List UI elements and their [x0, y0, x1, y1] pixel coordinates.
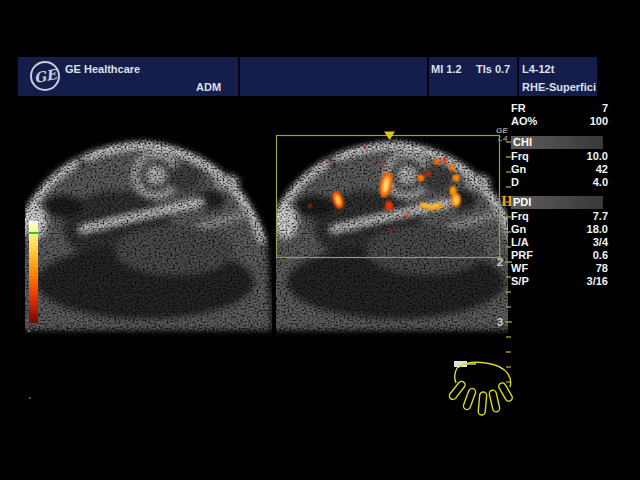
- chi-gn-label: Gn: [511, 163, 526, 176]
- pdi-frq-label: Frq: [511, 210, 529, 223]
- color-scale-tick: [29, 232, 38, 234]
- preset-label: ADM: [196, 81, 221, 93]
- body-marker-hand[interactable]: [448, 361, 514, 415]
- chi-d-label: D: [511, 176, 519, 189]
- depth-label-3: 3: [497, 316, 503, 328]
- pdi-sp-value: 3/16: [587, 275, 608, 288]
- tis-readout: TIs 0.7: [476, 63, 510, 75]
- chi-mode-header: CHI: [511, 136, 603, 149]
- pdi-row: S/P 3/16: [511, 275, 608, 288]
- ao-label: AO%: [511, 115, 537, 128]
- pdi-gn-label: Gn: [511, 223, 526, 236]
- mi-readout: MI 1.2: [431, 63, 462, 75]
- header-divider: [517, 57, 519, 96]
- fr-label: FR: [511, 102, 526, 115]
- scale-dot: [28, 330, 30, 332]
- depth-label-2: 2: [497, 256, 503, 268]
- ge-logo: GE: [30, 61, 60, 91]
- fr-row: FR 7: [511, 102, 608, 115]
- bmode-image-left: [17, 136, 271, 330]
- pdi-row: Gn 18.0: [511, 223, 608, 236]
- pdi-gn-value: 18.0: [587, 223, 608, 236]
- fr-value: 7: [602, 102, 608, 115]
- probe-name: L4-12t: [522, 63, 554, 75]
- chi-frq-value: 10.0: [587, 150, 608, 163]
- pdi-la-label: L/A: [511, 236, 529, 249]
- pdi-wf-label: WF: [511, 262, 528, 275]
- brand-text: GE Healthcare: [65, 63, 140, 75]
- doppler-image-right: [268, 136, 522, 330]
- probe-marker-line2: L4: [498, 134, 508, 143]
- header-bar: GE GE Healthcare ADM MI 1.2 TIs 0.7 L4-1…: [18, 57, 597, 96]
- pdi-frq-value: 7.7: [593, 210, 608, 223]
- chi-frq-label: Frq: [511, 150, 529, 163]
- pdi-row: L/A 3/4: [511, 236, 608, 249]
- pdi-row: PRF 0.6: [511, 249, 608, 262]
- header-divider: [238, 57, 240, 96]
- chi-row: Gn 42: [511, 163, 608, 176]
- pdi-sp-label: S/P: [511, 275, 529, 288]
- pdi-wf-value: 78: [596, 262, 608, 275]
- ultrasound-screen: 2 3 GE L4 II GE GE Healthc: [0, 0, 640, 480]
- header-divider: [427, 57, 429, 96]
- ge-monogram: GE: [33, 67, 58, 85]
- pdi-prf-label: PRF: [511, 249, 533, 262]
- pdi-la-value: 3/4: [593, 236, 608, 249]
- pdi-mode-header: PDI: [511, 196, 603, 209]
- pdi-row: WF 78: [511, 262, 608, 275]
- chi-gn-value: 42: [596, 163, 608, 176]
- doppler-color-scale: [29, 221, 38, 323]
- chi-d-value: 4.0: [593, 176, 608, 189]
- ao-row: AO% 100: [511, 115, 608, 128]
- ao-value: 100: [590, 115, 608, 128]
- pdi-prf-value: 0.6: [593, 249, 608, 262]
- scale-dot: [29, 397, 31, 399]
- application-preset: RHE-Superfici: [522, 81, 596, 93]
- chi-row: Frq 10.0: [511, 150, 608, 163]
- hand-icon: [448, 362, 514, 415]
- pdi-row: Frq 7.7: [511, 210, 608, 223]
- chi-row: D 4.0: [511, 176, 608, 189]
